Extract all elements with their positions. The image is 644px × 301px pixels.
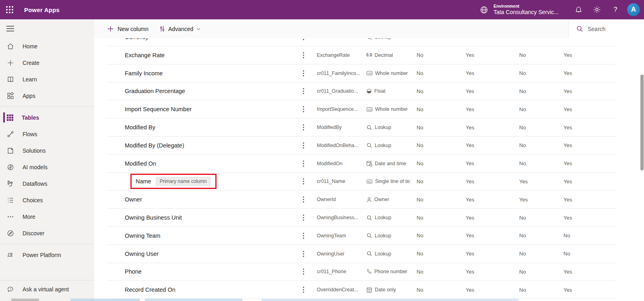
columns-table: Currency Lookup Exchange RateExchangeRat… xyxy=(94,38,644,301)
user-avatar[interactable]: A xyxy=(627,3,640,16)
row-menu-button[interactable] xyxy=(302,268,317,275)
display-name-cell: Family Income xyxy=(107,70,302,77)
table-row-partial[interactable]: Currency Lookup xyxy=(107,38,616,46)
solutions-icon xyxy=(7,147,14,154)
row-menu-button[interactable] xyxy=(302,251,317,257)
table-row-modified-on[interactable]: Modified OnModifiedOnDate and timeNoYesN… xyxy=(107,155,616,173)
row-menu-button[interactable] xyxy=(302,124,317,131)
data-type-label: Lookup xyxy=(375,215,391,220)
sidebar-item-ask-a-virtual-agent[interactable]: ? Ask a virtual agent xyxy=(0,280,94,298)
sidebar-item-home[interactable]: Home xyxy=(0,38,94,54)
vertical-scrollbar[interactable] xyxy=(640,75,644,170)
sidebar-item-apps[interactable]: Apps xyxy=(0,87,94,104)
row-menu-button[interactable] xyxy=(302,52,317,58)
table-row-owner[interactable]: OwnerOwnerIdOwnerNoYesYesYes xyxy=(107,191,616,209)
sidebar-item-tables[interactable]: Tables xyxy=(0,109,94,126)
sidebar-item-power-platform[interactable]: Power Platform xyxy=(0,247,94,263)
sidebar-item-dataflows[interactable]: Dataflows xyxy=(0,175,94,192)
notifications-button[interactable] xyxy=(569,0,588,19)
sidebar-item-label: Learn xyxy=(23,76,37,83)
column-required: No xyxy=(417,215,466,221)
table-row-modified-by-delegate[interactable]: Modified By (Delegate)ModifiedOnBeha...L… xyxy=(107,137,616,155)
kebab-menu-icon xyxy=(303,88,304,94)
sidebar-nav: HomeCreateLearnAppsTablesFlowsSolutionsA… xyxy=(0,38,94,263)
sidebar-item-flows[interactable]: Flows xyxy=(0,126,94,142)
column-sortable: Yes xyxy=(564,52,616,58)
table-row-modified-by[interactable]: Modified ByModifiedByLookupNoYesNoYes xyxy=(107,118,616,137)
data-type-label: Float xyxy=(374,88,386,94)
row-menu-button[interactable] xyxy=(302,160,317,167)
chevron-down-icon xyxy=(196,27,201,31)
sidebar-item-choices[interactable]: Choices xyxy=(0,192,94,208)
bottom-scroll-fragment xyxy=(11,299,39,301)
data-type-label: Phone number xyxy=(374,269,407,274)
settings-button[interactable] xyxy=(588,0,606,19)
column-data-type: 123Whole number xyxy=(366,70,417,76)
row-menu-button[interactable] xyxy=(302,214,317,221)
row-menu-button[interactable] xyxy=(302,178,317,185)
new-column-button[interactable]: New column xyxy=(107,25,149,32)
column-required: No xyxy=(417,232,466,239)
row-menu-button[interactable] xyxy=(302,232,317,239)
table-row-record-created-on[interactable]: Record Created OnOverriddenCreat...31Dat… xyxy=(107,281,616,299)
display-name-cell: NamePrimary name column xyxy=(107,174,302,189)
kebab-menu-icon xyxy=(303,142,304,149)
row-menu-button[interactable] xyxy=(302,286,317,293)
primary-name-highlight-box: NamePrimary name column xyxy=(130,174,217,189)
table-row-import-sequence-number[interactable]: Import Sequence NumberImportSequence...1… xyxy=(107,100,616,118)
waffle-icon xyxy=(6,6,14,14)
sidebar-item-learn[interactable]: Learn xyxy=(0,71,94,87)
table-row-owning-business-unit[interactable]: Owning Business UnitOwningBusiness...Loo… xyxy=(107,209,616,227)
column-searchable: Yes xyxy=(466,142,519,148)
table-row-name[interactable]: NamePrimary name columncr011_NameAbcSing… xyxy=(107,173,616,191)
table-row-family-income[interactable]: Family Incomecr011_FamilyInco...123Whole… xyxy=(107,64,616,83)
waffle-menu-button[interactable] xyxy=(0,0,19,19)
column-logical-name: cr011_Phone xyxy=(317,269,366,274)
collapse-sidebar-button[interactable] xyxy=(0,19,94,38)
tables-icon xyxy=(7,114,13,121)
row-menu-button[interactable] xyxy=(302,38,317,40)
column-customizable: No xyxy=(519,287,564,293)
column-logical-name: OwningTeam xyxy=(317,233,366,239)
table-row-graduation-percentage[interactable]: Graduation Percentagecr011_Graduatio...F… xyxy=(107,83,616,101)
plus-icon xyxy=(107,25,114,32)
table-row-owning-user[interactable]: Owning UserOwningUserLookupNoYesNoNo xyxy=(107,245,616,263)
agent-icon: ? xyxy=(7,286,14,293)
sidebar-item-discover[interactable]: Discover xyxy=(0,225,94,241)
svg-text:123: 123 xyxy=(367,108,371,111)
sidebar-item-create[interactable]: Create xyxy=(0,54,94,71)
bottom-row-fragment xyxy=(70,299,140,301)
lookup-icon xyxy=(366,215,372,221)
display-name-cell: Phone xyxy=(107,268,302,275)
whole-number-icon: 123 xyxy=(366,70,373,76)
column-sortable: No xyxy=(564,251,616,257)
search-input[interactable]: Search xyxy=(568,19,644,38)
help-button[interactable]: ? xyxy=(606,0,625,19)
row-menu-button[interactable] xyxy=(302,70,317,77)
sidebar-item-more[interactable]: More xyxy=(0,208,94,225)
column-data-type: 123Whole number xyxy=(366,106,417,112)
sidebar-item-solutions[interactable]: Solutions xyxy=(0,142,94,159)
column-data-type: Lookup xyxy=(366,232,417,239)
table-row-exchange-rate[interactable]: Exchange RateExchangeRate0.0DecimalNoYes… xyxy=(107,46,616,64)
row-menu-button[interactable] xyxy=(302,106,317,112)
display-name-cell: Owner xyxy=(107,196,302,203)
learn-icon xyxy=(7,76,14,83)
column-customizable: Yes xyxy=(519,179,564,185)
table-row-phone[interactable]: Phonecr011_PhonePhone numberNoYesNoYes xyxy=(107,263,616,281)
lookup-icon xyxy=(366,232,372,239)
column-data-type: Float xyxy=(366,88,417,94)
row-menu-button[interactable] xyxy=(302,142,317,149)
dataflows-icon xyxy=(7,180,14,187)
table-row-owning-team[interactable]: Owning TeamOwningTeamLookupNoYesNoNo xyxy=(107,227,616,245)
row-menu-button[interactable] xyxy=(302,88,317,94)
column-sortable: Yes xyxy=(564,142,616,148)
advanced-button[interactable]: Advanced xyxy=(159,25,201,32)
advanced-label: Advanced xyxy=(168,26,193,32)
display-name-cell: Exchange Rate xyxy=(107,52,302,58)
environment-picker[interactable]: Environment Tata Consultancy Servic... xyxy=(469,0,569,19)
column-required: No xyxy=(417,70,466,76)
row-menu-button[interactable] xyxy=(302,196,317,203)
sidebar-item-ai-models[interactable]: AI models xyxy=(0,159,94,175)
column-data-type: Lookup xyxy=(366,215,417,221)
